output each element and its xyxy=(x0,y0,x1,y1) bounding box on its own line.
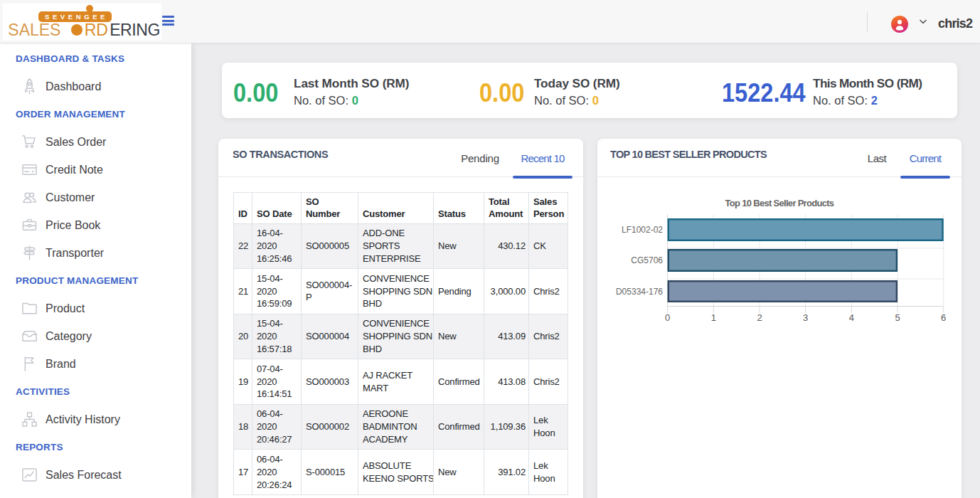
svg-text:6: 6 xyxy=(941,312,946,323)
svg-text:CG5706: CG5706 xyxy=(631,255,663,265)
svg-text:Top 10 Best Seller Products: Top 10 Best Seller Products xyxy=(725,198,834,208)
svg-text:LF1002-02: LF1002-02 xyxy=(622,225,663,235)
svg-text:2: 2 xyxy=(757,312,762,323)
svg-text:1: 1 xyxy=(711,312,716,323)
svg-text:3: 3 xyxy=(803,312,808,323)
svg-text:4: 4 xyxy=(849,312,854,323)
svg-text:0: 0 xyxy=(665,312,670,323)
svg-text:5: 5 xyxy=(895,312,900,323)
svg-text:D05334-176: D05334-176 xyxy=(616,287,663,297)
